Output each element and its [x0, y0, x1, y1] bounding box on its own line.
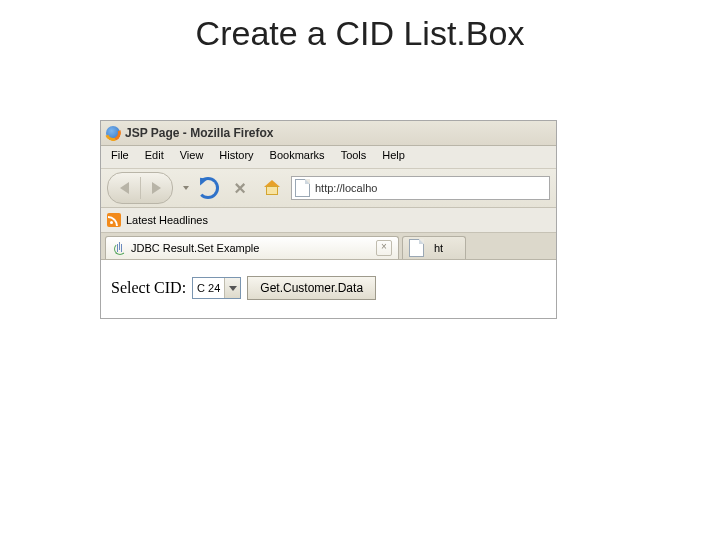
- forward-button[interactable]: [152, 182, 161, 194]
- navigation-toolbar: × http://localho: [101, 169, 556, 208]
- tab-favicon-icon: [409, 239, 424, 257]
- stop-button[interactable]: ×: [227, 175, 253, 201]
- tab-favicon-icon: [112, 241, 126, 255]
- menu-view[interactable]: View: [172, 146, 212, 168]
- page-content: Select CID: C 24 Get.Customer.Data: [101, 260, 556, 318]
- menu-history[interactable]: History: [211, 146, 261, 168]
- cid-select[interactable]: C 24: [192, 277, 241, 299]
- get-customer-data-button[interactable]: Get.Customer.Data: [247, 276, 376, 300]
- menu-bookmarks[interactable]: Bookmarks: [262, 146, 333, 168]
- menu-tools[interactable]: Tools: [333, 146, 375, 168]
- stop-icon: ×: [234, 178, 246, 198]
- bookmark-latest-headlines[interactable]: Latest Headlines: [126, 214, 208, 226]
- home-button[interactable]: [259, 175, 285, 201]
- tab-close-button[interactable]: ×: [376, 240, 392, 256]
- address-bar-text: http://localho: [315, 182, 377, 194]
- menu-help[interactable]: Help: [374, 146, 413, 168]
- cid-label: Select CID:: [111, 279, 186, 297]
- tab-bar: JDBC Result.Set Example × ht: [101, 233, 556, 260]
- address-bar[interactable]: http://localho: [291, 176, 550, 200]
- cid-select-value: C 24: [197, 282, 220, 294]
- rss-icon: [107, 213, 121, 227]
- tab-jdbc-resultset[interactable]: JDBC Result.Set Example ×: [105, 236, 399, 259]
- back-button[interactable]: [120, 182, 129, 194]
- bookmarks-toolbar: Latest Headlines: [101, 208, 556, 233]
- back-forward-group: [107, 172, 173, 204]
- menu-bar: File Edit View History Bookmarks Tools H…: [101, 146, 556, 169]
- slide-title: Create a CID List.Box: [0, 14, 720, 53]
- window-title-text: JSP Page - Mozilla Firefox: [125, 126, 274, 140]
- firefox-icon: [105, 125, 121, 141]
- tab-label: JDBC Result.Set Example: [131, 242, 259, 254]
- reload-button[interactable]: [195, 175, 221, 201]
- reload-icon: [197, 177, 219, 199]
- page-icon: [295, 179, 310, 197]
- firefox-window: JSP Page - Mozilla Firefox File Edit Vie…: [100, 120, 557, 319]
- window-titlebar: JSP Page - Mozilla Firefox: [101, 121, 556, 146]
- menu-edit[interactable]: Edit: [137, 146, 172, 168]
- home-icon: [264, 181, 280, 195]
- menu-file[interactable]: File: [103, 146, 137, 168]
- dropdown-arrow-icon: [224, 278, 240, 298]
- tab-label: ht: [434, 242, 443, 254]
- tab-secondary[interactable]: ht: [402, 236, 466, 259]
- history-dropdown-icon[interactable]: [183, 186, 189, 190]
